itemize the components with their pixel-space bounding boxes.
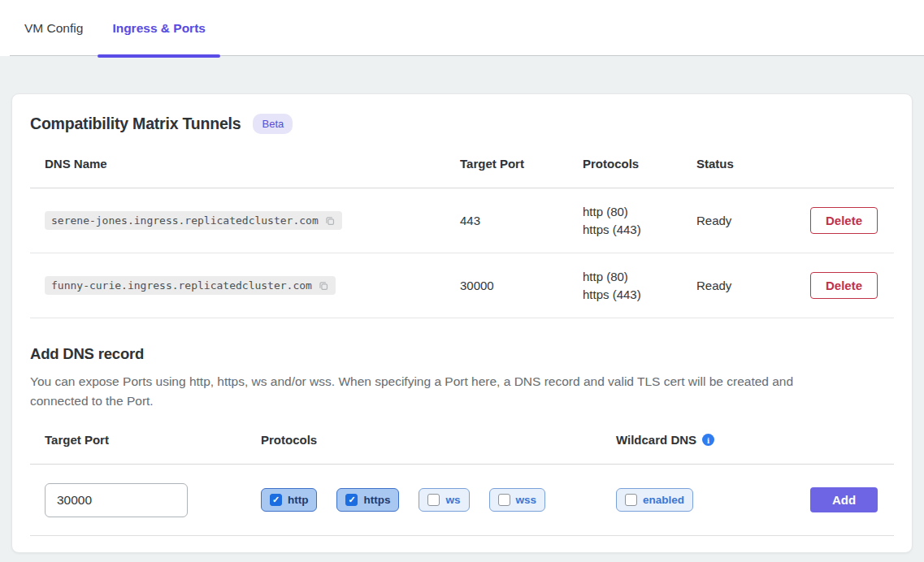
add-dns-description: You can expose Ports using http, https, …: [30, 372, 851, 411]
add-button[interactable]: Add: [810, 487, 878, 512]
status-value: Ready: [696, 279, 810, 292]
card-header: Compatibility Matrix Tunnels Beta: [30, 114, 894, 134]
delete-button[interactable]: Delete: [810, 207, 878, 234]
page-content: Compatibility Matrix Tunnels Beta DNS Na…: [0, 56, 924, 553]
tabs: VM Config Ingress & Ports: [10, 0, 924, 56]
protocol-checkbox-http[interactable]: http: [261, 488, 317, 512]
checkbox-icon: [427, 494, 440, 506]
tunnels-table: DNS Name Target Port Protocols Status se…: [30, 150, 894, 318]
column-header-status: Status: [696, 157, 810, 171]
card-title: Compatibility Matrix Tunnels: [30, 115, 241, 133]
checkbox-label: http: [288, 494, 308, 506]
column-header-protocols: Protocols: [583, 157, 696, 171]
add-dns-title: Add DNS record: [30, 345, 894, 363]
checkbox-icon: [270, 494, 282, 506]
table-row: serene-jones.ingress.replicatedcluster.c…: [30, 188, 894, 253]
dns-name-text: serene-jones.ingress.replicatedcluster.c…: [51, 214, 319, 227]
protocol-entry: http (80): [583, 268, 696, 286]
table-header-row: DNS Name Target Port Protocols Status: [30, 150, 894, 188]
form-header-row: Target Port Protocols Wildcard DNS i: [30, 433, 894, 465]
tab-bar: VM Config Ingress & Ports: [0, 0, 924, 56]
checkbox-label: enabled: [643, 494, 684, 506]
column-header-target-port: Target Port: [460, 157, 583, 171]
dns-name-pill: funny-curie.ingress.replicatedcluster.co…: [45, 276, 336, 295]
checkbox-icon: [498, 494, 510, 506]
protocol-checkbox-ws[interactable]: ws: [419, 488, 469, 512]
table-row: funny-curie.ingress.replicatedcluster.co…: [30, 253, 894, 318]
checkbox-icon: [625, 494, 637, 506]
copy-icon[interactable]: [317, 279, 329, 292]
tunnels-card: Compatibility Matrix Tunnels Beta DNS Na…: [11, 93, 913, 553]
column-header-dns-name: DNS Name: [30, 157, 460, 171]
wildcard-enabled-checkbox[interactable]: enabled: [616, 488, 693, 512]
info-icon[interactable]: i: [702, 434, 714, 446]
tab-vm-config[interactable]: VM Config: [10, 0, 98, 56]
protocol-entry: http (80): [583, 203, 696, 221]
delete-button[interactable]: Delete: [810, 272, 878, 299]
dns-name-pill: serene-jones.ingress.replicatedcluster.c…: [45, 211, 342, 230]
protocol-entry: https (443): [583, 221, 696, 239]
checkbox-icon: [345, 494, 358, 506]
copy-icon[interactable]: [323, 214, 336, 227]
form-header-target-port: Target Port: [30, 433, 261, 447]
tab-ingress-ports[interactable]: Ingress & Ports: [98, 0, 220, 56]
beta-badge: Beta: [253, 114, 293, 134]
target-port-value: 30000: [460, 279, 583, 292]
protocol-checkbox-https[interactable]: https: [336, 488, 399, 512]
target-port-value: 443: [460, 214, 583, 227]
protocol-checkbox-group: http https ws wss: [261, 488, 616, 512]
checkbox-label: ws: [445, 494, 460, 506]
form-header-protocols: Protocols: [261, 433, 616, 447]
checkbox-label: https: [363, 494, 390, 506]
dns-name-text: funny-curie.ingress.replicatedcluster.co…: [51, 279, 312, 292]
add-dns-section: Add DNS record You can expose Ports usin…: [30, 345, 894, 536]
checkbox-label: wss: [516, 494, 537, 506]
status-value: Ready: [696, 214, 810, 227]
protocol-entry: https (443): [583, 286, 696, 304]
target-port-input[interactable]: [45, 483, 188, 517]
protocol-checkbox-wss[interactable]: wss: [489, 488, 546, 512]
form-row: http https ws wss: [30, 465, 894, 536]
form-header-wildcard-dns: Wildcard DNS: [616, 433, 696, 447]
